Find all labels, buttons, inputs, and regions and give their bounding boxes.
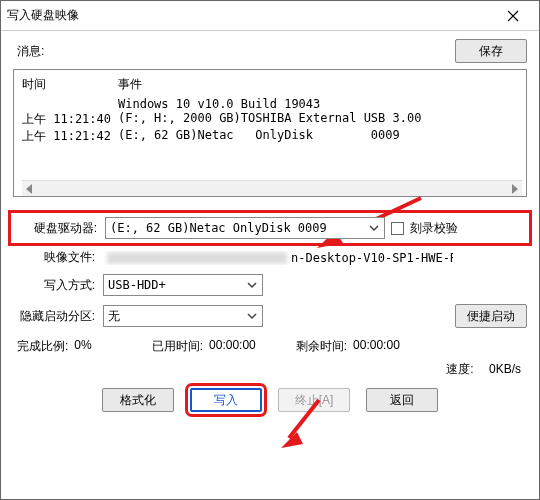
chevron-down-icon [246, 279, 258, 291]
horizontal-scrollbar[interactable] [22, 180, 522, 196]
speed-row: 速度: 0KB/s [13, 355, 527, 378]
hidden-label: 隐藏启动分区: [13, 308, 97, 325]
format-button[interactable]: 格式化 [102, 388, 174, 412]
save-button[interactable]: 保存 [455, 39, 527, 63]
dialog-window: 写入硬盘映像 消息: 保存 时间 事件 Windows 10 v10.0 Bui… [0, 0, 540, 500]
hidden-value: 无 [108, 308, 120, 325]
close-icon [507, 10, 519, 22]
close-button[interactable] [493, 4, 533, 28]
write-button[interactable]: 写入 [190, 388, 262, 412]
disk-value: (E:, 62 GB)Netac OnlyDisk 0009 [110, 221, 327, 235]
log-header: 时间 事件 [22, 76, 522, 93]
disk-dropdown[interactable]: (E:, 62 GB)Netac OnlyDisk 0009 [105, 217, 385, 239]
disk-label: 硬盘驱动器: [15, 220, 99, 237]
verify-checkbox[interactable] [391, 222, 404, 235]
speed-value: 0KB/s [489, 362, 521, 376]
log-event: Windows 10 v10.0 Build 19043 [118, 97, 320, 111]
log-row: 上午 11:21:42(E:, 62 GB)Netac OnlyDisk 000… [22, 128, 522, 145]
method-label: 写入方式: [13, 277, 97, 294]
remain-value: 00:00:00 [353, 338, 400, 355]
log-header-time: 时间 [22, 76, 118, 93]
window-title: 写入硬盘映像 [7, 7, 493, 24]
elapsed-value: 00:00:00 [209, 338, 256, 355]
elapsed-label: 已用时间: [152, 338, 203, 355]
client-area: 消息: 保存 时间 事件 Windows 10 v10.0 Build 1904… [1, 31, 539, 499]
message-row: 消息: 保存 [13, 39, 527, 63]
done-label: 完成比例: [17, 338, 68, 355]
button-row: 格式化 写入 终止[A] 返回 [13, 388, 527, 418]
log-time: 上午 11:21:40 [22, 111, 118, 128]
verify-label: 刻录校验 [410, 220, 458, 237]
remain-label: 剩余时间: [296, 338, 347, 355]
log-event: (F:, H:, 2000 GB)TOSHIBA External USB 3.… [118, 111, 421, 128]
message-label: 消息: [13, 43, 44, 60]
quickboot-button[interactable]: 便捷启动 [455, 304, 527, 328]
titlebar: 写入硬盘映像 [1, 1, 539, 31]
log-panel: 时间 事件 Windows 10 v10.0 Build 19043上午 11:… [13, 69, 527, 197]
image-value: n-Desktop-V10-SP1-HWE-Relea [103, 251, 453, 265]
log-row: 上午 11:21:40(F:, H:, 2000 GB)TOSHIBA Exte… [22, 111, 522, 128]
stop-button[interactable]: 终止[A] [278, 388, 350, 412]
log-header-event: 事件 [118, 76, 142, 93]
log-event: (E:, 62 GB)Netac OnlyDisk 0009 [118, 128, 400, 145]
hidden-row: 隐藏启动分区: 无 便捷启动 [13, 304, 527, 328]
chevron-down-icon [368, 222, 380, 234]
image-row: 映像文件: n-Desktop-V10-SP1-HWE-Relea [13, 249, 527, 266]
svg-marker-1 [281, 432, 303, 448]
hidden-dropdown[interactable]: 无 [103, 305, 263, 327]
log-row: Windows 10 v10.0 Build 19043 [22, 97, 522, 111]
method-dropdown[interactable]: USB-HDD+ [103, 274, 263, 296]
log-time [22, 97, 118, 111]
method-row: 写入方式: USB-HDD+ [13, 274, 527, 296]
method-value: USB-HDD+ [108, 278, 166, 292]
speed-label: 速度: [446, 362, 473, 376]
back-button[interactable]: 返回 [366, 388, 438, 412]
image-label: 映像文件: [13, 249, 97, 266]
redacted-text [107, 252, 287, 264]
log-body: Windows 10 v10.0 Build 19043上午 11:21:40(… [22, 97, 522, 176]
log-time: 上午 11:21:42 [22, 128, 118, 145]
chevron-down-icon [246, 310, 258, 322]
form: 硬盘驱动器: (E:, 62 GB)Netac OnlyDisk 0009 刻录… [13, 215, 527, 328]
done-value: 0% [74, 338, 91, 355]
status-row: 完成比例:0% 已用时间:00:00:00 剩余时间:00:00:00 [13, 338, 527, 355]
disk-row: 硬盘驱动器: (E:, 62 GB)Netac OnlyDisk 0009 刻录… [13, 215, 527, 241]
